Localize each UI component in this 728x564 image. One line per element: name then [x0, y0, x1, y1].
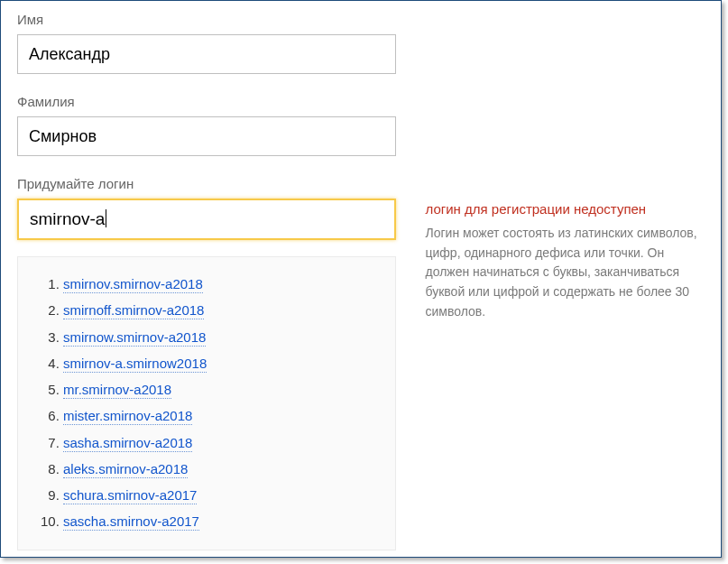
suggestion-link[interactable]: schura.smirnov-a2017 — [63, 487, 197, 504]
last-name-group: Фамилия — [17, 94, 705, 156]
suggestion-link[interactable]: smirnow.smirnov-a2018 — [63, 329, 206, 347]
list-item: schura.smirnov-a2017 — [63, 484, 382, 507]
last-name-input[interactable] — [17, 116, 396, 156]
login-label: Придумайте логин — [17, 176, 399, 191]
list-item: smirnov.smirnov-a2018 — [63, 273, 382, 296]
list-item: sascha.smirnov-a2017 — [63, 510, 382, 533]
suggestion-list: smirnov.smirnov-a2018 smirnoff.smirnov-a… — [43, 273, 382, 534]
suggestion-link[interactable]: smirnov-a.smirnow2018 — [63, 356, 207, 373]
suggestion-link[interactable]: smirnov.smirnov-a2018 — [63, 276, 203, 293]
list-item: smirnow.smirnov-a2018 — [63, 326, 382, 349]
login-input[interactable]: smirnov-a — [17, 199, 396, 240]
first-name-group: Имя — [17, 12, 705, 74]
hint-text: Логин может состоять из латинских символ… — [426, 224, 705, 321]
login-value: smirnov-a — [30, 209, 105, 229]
suggestion-link[interactable]: mister.smirnov-a2018 — [63, 408, 192, 425]
list-item: smirnoff.smirnov-a2018 — [63, 299, 382, 322]
first-name-input[interactable] — [17, 34, 396, 74]
suggestion-link[interactable]: smirnoff.smirnov-a2018 — [63, 302, 204, 319]
error-title: логин для регистрации недоступен — [426, 201, 705, 217]
login-suggestions: smirnov.smirnov-a2018 smirnoff.smirnov-a… — [17, 256, 396, 550]
login-column: Придумайте логин smirnov-a smirnov.smirn… — [17, 176, 399, 550]
suggestion-link[interactable]: mr.smirnov-a2018 — [63, 382, 171, 399]
suggestion-link[interactable]: sasha.smirnov-a2018 — [63, 435, 192, 452]
hint-column: логин для регистрации недоступен Логин м… — [426, 176, 705, 321]
text-caret — [106, 209, 106, 227]
first-name-label: Имя — [17, 12, 705, 27]
suggestion-link[interactable]: aleks.smirnov-a2018 — [63, 461, 188, 478]
list-item: smirnov-a.smirnow2018 — [63, 352, 382, 375]
form-panel: Имя Фамилия Придумайте логин smirnov-a s… — [0, 0, 722, 558]
list-item: mr.smirnov-a2018 — [63, 378, 382, 402]
list-item: mister.smirnov-a2018 — [63, 404, 382, 428]
list-item: sasha.smirnov-a2018 — [63, 431, 382, 455]
suggestion-link[interactable]: sascha.smirnov-a2017 — [63, 513, 199, 531]
list-item: aleks.smirnov-a2018 — [63, 458, 382, 481]
last-name-label: Фамилия — [17, 94, 705, 109]
